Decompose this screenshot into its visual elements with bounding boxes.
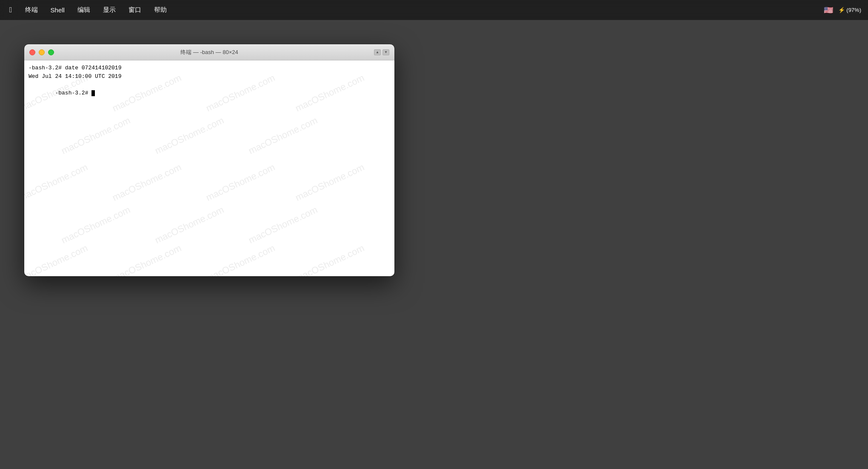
menubar:  终端 Shell 编辑 显示 窗口 帮助 🇺🇸 ⚡ (97%) xyxy=(0,0,868,20)
flag-icon: 🇺🇸 xyxy=(824,6,833,15)
close-button[interactable] xyxy=(29,49,35,55)
menubar-left:  终端 Shell 编辑 显示 窗口 帮助 xyxy=(7,4,169,16)
menubar-right: 🇺🇸 ⚡ (97%) xyxy=(824,6,861,15)
window-title: 终端 — -bash — 80×24 xyxy=(180,49,238,56)
watermark-9: macOShome.com xyxy=(110,160,184,204)
terminal-cursor xyxy=(91,90,95,96)
minimize-button[interactable] xyxy=(39,49,45,55)
scroll-down-button[interactable]: ▼ xyxy=(383,49,389,55)
maximize-button[interactable] xyxy=(48,49,54,55)
titlebar-right-controls: ▲ ▼ xyxy=(374,49,389,55)
watermark-14: macOShome.com xyxy=(246,203,320,247)
terminal-line-3: -bash-3.2# xyxy=(29,80,390,106)
menubar-help[interactable]: 帮助 xyxy=(151,4,169,16)
menubar-view[interactable]: 显示 xyxy=(100,4,118,16)
watermark-13: macOShome.com xyxy=(152,203,226,247)
terminal-window: 终端 — -bash — 80×24 ▲ ▼ macOShome.com mac… xyxy=(24,44,394,276)
terminal-line-2: Wed Jul 24 14:10:00 UTC 2019 xyxy=(29,72,390,81)
terminal-body[interactable]: macOShome.com macOShome.com macOShome.co… xyxy=(24,60,394,276)
watermark-6: macOShome.com xyxy=(152,113,226,157)
watermark-12: macOShome.com xyxy=(59,203,133,247)
titlebar-buttons xyxy=(29,49,54,55)
battery-indicator: ⚡ (97%) xyxy=(838,7,861,13)
terminal-titlebar: 终端 — -bash — 80×24 ▲ ▼ xyxy=(24,44,394,60)
menubar-shell[interactable]: Shell xyxy=(48,5,67,15)
watermark-10: macOShome.com xyxy=(203,160,277,204)
watermark-15: macOShome.com xyxy=(24,241,90,276)
watermark-7: macOShome.com xyxy=(246,113,320,157)
watermark-8: macOShome.com xyxy=(24,160,90,204)
terminal-line-1: -bash-3.2# date 072414102019 xyxy=(29,64,390,72)
apple-menu[interactable]:  xyxy=(7,4,15,16)
desktop: 终端 — -bash — 80×24 ▲ ▼ macOShome.com mac… xyxy=(0,20,868,469)
watermark-16: macOShome.com xyxy=(110,241,184,276)
menubar-edit[interactable]: 编辑 xyxy=(75,4,93,16)
watermark-17: macOShome.com xyxy=(203,241,277,276)
scroll-up-button[interactable]: ▲ xyxy=(374,49,381,55)
watermark-5: macOShome.com xyxy=(59,113,133,157)
watermark-18: macOShome.com xyxy=(293,241,367,276)
menubar-terminal[interactable]: 终端 xyxy=(23,4,40,16)
menubar-window[interactable]: 窗口 xyxy=(126,4,144,16)
watermark-11: macOShome.com xyxy=(293,160,367,204)
